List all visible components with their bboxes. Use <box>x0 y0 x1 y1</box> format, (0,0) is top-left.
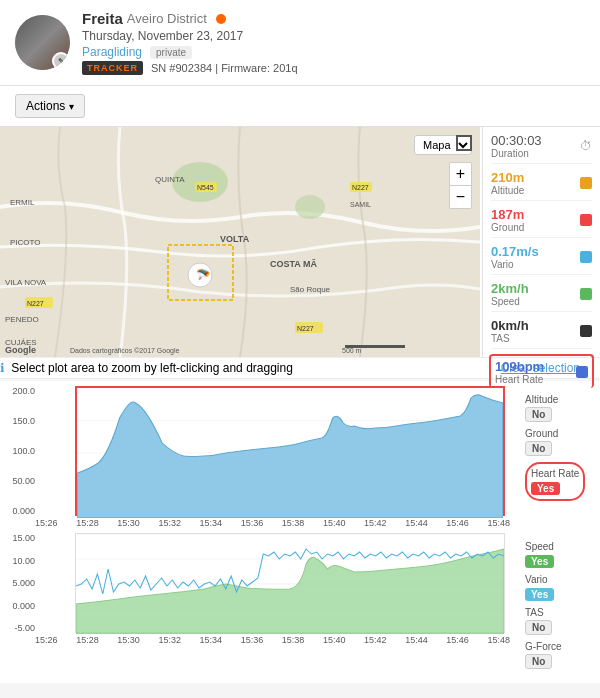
ground-label: Ground <box>491 222 524 233</box>
altitude-label: Altitude <box>491 185 524 196</box>
svg-text:500 m: 500 m <box>342 347 362 354</box>
vario-label: Vario <box>491 259 539 270</box>
actions-button[interactable]: Actions <box>15 94 85 118</box>
tas-color-dot <box>580 325 592 337</box>
ground-toggle-button[interactable]: No <box>525 441 552 456</box>
altitude-value: 210m <box>491 170 524 185</box>
svg-rect-27 <box>457 136 471 150</box>
y-label-4: 0.000 <box>5 506 35 516</box>
altitude-chart-main: 200.0 150.0 100.0 50.00 0.000 <box>0 386 520 528</box>
altitude-chart-container: 200.0 150.0 100.0 50.00 0.000 <box>40 386 515 516</box>
svg-text:N227: N227 <box>27 300 44 307</box>
x-label-5: 15:36 <box>241 518 264 528</box>
vario-color-dot <box>580 251 592 263</box>
tas-toggle-label: TAS <box>525 607 595 618</box>
svg-point-2 <box>295 195 325 219</box>
zoom-in-button[interactable]: + <box>450 163 471 186</box>
small-y-labels: 15.00 10.00 5.000 0.000 -5.00 <box>5 533 35 633</box>
header: ✎ Freita Aveiro District Thursday, Novem… <box>0 0 600 86</box>
altitude-toggle-label: Altitude <box>525 394 595 405</box>
gforce-toggle-group: G-Force No <box>525 641 595 669</box>
sy-label-2: 5.000 <box>5 578 35 588</box>
svg-text:N227: N227 <box>352 184 369 191</box>
altitude-toggle-button[interactable]: No <box>525 407 552 422</box>
header-info: Freita Aveiro District Thursday, Novembe… <box>82 10 585 75</box>
sx-label-0: 15:26 <box>35 635 58 645</box>
ground-toggle-group: Ground No <box>525 428 595 456</box>
stat-vario: 0.17m/s Vario <box>491 244 592 275</box>
small-chart-wrapper: 15.00 10.00 5.000 0.000 -5.00 <box>0 533 600 683</box>
sx-label-5: 15:36 <box>241 635 264 645</box>
hint-icon: ℹ <box>0 361 5 375</box>
sx-label-6: 15:38 <box>282 635 305 645</box>
small-chart-area[interactable] <box>75 533 505 633</box>
x-label-2: 15:30 <box>117 518 140 528</box>
y-label-0: 200.0 <box>5 386 35 396</box>
tas-toggle-group: TAS No <box>525 607 595 635</box>
duration-value: 00:30:03 <box>491 133 542 148</box>
actions-bar: Actions <box>0 86 600 127</box>
stat-heart-rate: 109bpm Heart Rate <box>489 354 594 388</box>
sx-label-10: 15:46 <box>446 635 469 645</box>
altitude-chart-area[interactable] <box>75 386 505 516</box>
zoom-controls: + − <box>449 162 472 209</box>
heart-rate-color-dot <box>576 366 588 378</box>
map-container[interactable]: ERMIL PICOTO VILA NOVA PENEDO CUJÁES QUI… <box>0 127 480 357</box>
vario-value: 0.17m/s <box>491 244 539 259</box>
svg-text:Dados cartográficos ©2017 Goog: Dados cartográficos ©2017 Google <box>70 347 180 355</box>
fullscreen-button[interactable] <box>456 135 472 154</box>
sx-label-3: 15:32 <box>158 635 181 645</box>
vario-toggle-group: Vario Yes <box>525 574 595 601</box>
svg-text:VOLTA: VOLTA <box>220 234 250 244</box>
map-svg: ERMIL PICOTO VILA NOVA PENEDO CUJÁES QUI… <box>0 127 480 357</box>
small-chart-side-panel: Speed Yes Vario Yes TAS No G-Force No <box>520 533 600 683</box>
speed-value: 2km/h <box>491 281 529 296</box>
sy-label-1: 10.00 <box>5 556 35 566</box>
speed-toggle-button[interactable]: Yes <box>525 555 554 568</box>
x-label-8: 15:42 <box>364 518 387 528</box>
altitude-chart-section: 200.0 150.0 100.0 50.00 0.000 <box>0 381 600 528</box>
tracker-sn: SN #902384 | Firmware: 201q <box>151 62 298 74</box>
svg-text:São Roque: São Roque <box>290 285 331 294</box>
district-dot <box>216 14 226 24</box>
tracker-logo: TRACKER <box>82 61 143 75</box>
speed-label: Speed <box>491 296 529 307</box>
heart-rate-value: 109bpm <box>495 359 544 374</box>
x-label-3: 15:32 <box>158 518 181 528</box>
sx-label-1: 15:28 <box>76 635 99 645</box>
ground-toggle-label: Ground <box>525 428 595 439</box>
gforce-toggle-button[interactable]: No <box>525 654 552 669</box>
vario-toggle-button[interactable]: Yes <box>525 588 554 601</box>
heart-rate-toggle-group: Heart Rate Yes <box>525 462 585 501</box>
small-chart-svg <box>76 534 504 634</box>
sx-label-9: 15:44 <box>405 635 428 645</box>
svg-text:PENEDO: PENEDO <box>5 315 39 324</box>
stat-duration: 00:30:03 Duration ⏱ <box>491 133 592 164</box>
heart-rate-label: Heart Rate <box>495 374 544 385</box>
stat-ground: 187m Ground <box>491 207 592 238</box>
gforce-toggle-label: G-Force <box>525 641 595 652</box>
x-label-6: 15:38 <box>282 518 305 528</box>
heart-rate-toggle-button[interactable]: Yes <box>531 482 560 495</box>
x-label-4: 15:34 <box>200 518 223 528</box>
altitude-chart-side-panel: Altitude No Ground No Heart Rate Yes <box>520 386 600 528</box>
tas-value: 0km/h <box>491 318 529 333</box>
activity-link[interactable]: Paragliding <box>82 45 142 59</box>
altitude-chart-svg <box>77 388 503 518</box>
sx-label-8: 15:42 <box>364 635 387 645</box>
tracker-row: TRACKER SN #902384 | Firmware: 201q <box>82 61 585 75</box>
sx-label-7: 15:40 <box>323 635 346 645</box>
avatar-badge: ✎ <box>52 52 70 70</box>
svg-text:ERMIL: ERMIL <box>10 198 35 207</box>
svg-text:N545: N545 <box>197 184 214 191</box>
hint-text: Select plot area to zoom by left-clickin… <box>11 361 293 375</box>
svg-text:VILA NOVA: VILA NOVA <box>5 278 47 287</box>
sy-label-0: 15.00 <box>5 533 35 543</box>
avatar: ✎ <box>15 15 70 70</box>
sx-label-4: 15:34 <box>200 635 223 645</box>
sx-label-11: 15:48 <box>487 635 510 645</box>
x-label-10: 15:46 <box>446 518 469 528</box>
zoom-out-button[interactable]: − <box>450 186 471 208</box>
small-x-labels: 15:26 15:28 15:30 15:32 15:34 15:36 15:3… <box>35 635 510 645</box>
tas-toggle-button[interactable]: No <box>525 620 552 635</box>
